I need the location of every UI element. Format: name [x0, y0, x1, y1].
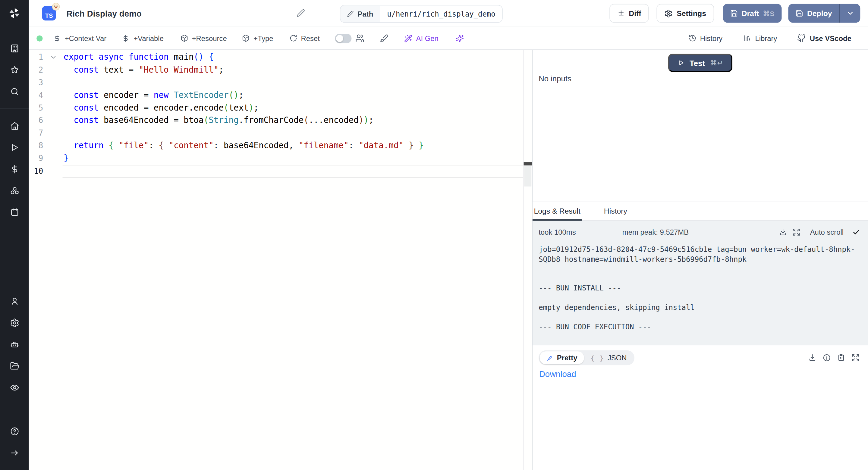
path-label: Path [358, 10, 373, 18]
help-icon[interactable] [10, 420, 19, 442]
line-number: 4 [29, 89, 43, 101]
app-window: TS Rich Display demo Path u/henri/rich_d… [0, 0, 868, 470]
info-icon[interactable] [823, 354, 831, 362]
logs-section: Logs & Result History took 100ms mem pea… [532, 201, 868, 345]
diff-mode-toggle[interactable] [335, 33, 351, 43]
line-number: 3 [29, 76, 43, 89]
add-context-var-button[interactable]: +Context Var [53, 34, 106, 42]
braces-icon: { } [591, 354, 604, 362]
duration-text: took 100ms [538, 228, 576, 236]
deploy-dropdown-button[interactable] [839, 4, 860, 23]
draft-label: Draft [742, 9, 759, 18]
code-line: 10 [29, 165, 523, 178]
package-icon [242, 34, 250, 42]
json-label: JSON [608, 354, 627, 362]
diff-button[interactable]: Diff [610, 4, 649, 23]
draft-button[interactable]: Draft ⌘S [723, 4, 781, 23]
settings-icon[interactable] [10, 312, 19, 334]
pretty-label: Pretty [557, 354, 578, 362]
library-button[interactable]: Library [744, 34, 777, 42]
history-button[interactable]: History [688, 34, 722, 42]
log-output: job=01912d75-163d-8204-47c9-5469c516cb1e… [538, 245, 859, 332]
overview-ruler[interactable] [523, 50, 532, 470]
format-brush-icon[interactable] [379, 34, 388, 42]
code-line: 7 [29, 127, 523, 139]
tab-logs-result[interactable]: Logs & Result [532, 201, 582, 220]
sparkles-icon[interactable] [456, 34, 464, 42]
add-resource-button[interactable]: +Resource [180, 34, 227, 42]
bot-icon[interactable] [10, 334, 19, 355]
expand-log-icon[interactable] [792, 228, 801, 236]
edit-title-icon[interactable] [297, 9, 305, 17]
expand-result-icon[interactable] [851, 354, 860, 362]
play-icon[interactable] [10, 137, 19, 158]
download-result-icon[interactable] [808, 354, 817, 362]
rotate-cw-icon [289, 34, 297, 42]
code-lines: 1export async function main() {2 const t… [29, 50, 523, 470]
calendar-icon[interactable] [10, 201, 19, 223]
code-line: 9} [29, 152, 523, 165]
code-line: 1export async function main() { [29, 51, 523, 64]
line-number: 5 [29, 101, 43, 114]
use-vscode-button[interactable]: Use VScode [797, 34, 851, 42]
history-label: History [700, 34, 722, 42]
status-dot [36, 35, 42, 41]
folder-icon[interactable] [10, 355, 19, 377]
sidebar-group-workspace [10, 115, 19, 223]
ai-gen-button[interactable]: AI Gen [404, 34, 438, 42]
pencil-icon [347, 10, 354, 17]
scrollbar-slider [524, 165, 531, 187]
download-link[interactable]: Download [539, 369, 576, 378]
code-line: 8 return { "file": { "content": base64En… [29, 139, 523, 152]
search-icon[interactable] [10, 81, 19, 102]
save-icon [795, 9, 803, 17]
run-panel: Test ⌘↵ No inputs Logs & Result History … [532, 50, 868, 470]
user-icon[interactable] [10, 290, 19, 312]
use-vscode-label: Use VScode [810, 34, 851, 42]
tab-history[interactable]: History [599, 201, 632, 220]
deploy-label: Deploy [807, 9, 832, 18]
arrow-right-icon[interactable] [10, 442, 19, 464]
add-context-var-label: +Context Var [65, 34, 106, 42]
test-button[interactable]: Test ⌘↵ [668, 54, 733, 72]
no-inputs-text: No inputs [538, 74, 868, 83]
settings-button[interactable]: Settings [657, 4, 714, 23]
result-section: Pretty { } JSON [532, 345, 868, 470]
windmill-logo[interactable] [0, 0, 29, 27]
multiplayer-icon[interactable] [355, 34, 364, 42]
boxes-icon[interactable] [10, 180, 19, 201]
package-icon [180, 34, 188, 42]
dollar-icon [122, 34, 130, 42]
add-variable-button[interactable]: +Variable [122, 34, 164, 42]
building-icon[interactable] [10, 38, 19, 59]
dollar-icon[interactable] [10, 158, 19, 180]
auto-scroll-label[interactable]: Auto scroll [810, 228, 844, 236]
code-line: 3 [29, 76, 523, 89]
star-icon[interactable] [10, 59, 19, 81]
pretty-toggle-button[interactable]: Pretty [540, 351, 584, 364]
clipboard-copy-icon[interactable] [837, 354, 845, 362]
download-log-icon[interactable] [779, 228, 787, 236]
library-label: Library [755, 34, 777, 42]
reset-button[interactable]: Reset [289, 34, 320, 42]
check-icon[interactable] [852, 228, 860, 236]
line-number: 2 [29, 64, 43, 76]
left-sidebar [0, 0, 29, 470]
json-toggle-button[interactable]: { } JSON [584, 351, 633, 364]
add-resource-label: +Resource [192, 34, 227, 42]
dollar-icon [53, 34, 61, 42]
result-view-toggle: Pretty { } JSON [538, 350, 634, 366]
path-button[interactable]: Path u/henri/rich_display_demo [340, 5, 503, 23]
deploy-button[interactable]: Deploy [788, 4, 839, 23]
logs-tabs: Logs & Result History [532, 201, 868, 221]
eye-icon[interactable] [10, 377, 19, 399]
home-icon[interactable] [10, 115, 19, 137]
add-type-button[interactable]: +Type [242, 34, 273, 42]
fold-chevron-icon[interactable] [43, 51, 64, 64]
reset-label: Reset [301, 34, 319, 42]
add-type-label: +Type [253, 34, 273, 42]
code-editor[interactable]: 1export async function main() {2 const t… [29, 50, 532, 470]
overview-ruler-cursor [524, 162, 532, 165]
github-icon [797, 34, 806, 42]
editor-toolbar: +Context Var +Variable +Resource +Type R… [29, 27, 868, 50]
